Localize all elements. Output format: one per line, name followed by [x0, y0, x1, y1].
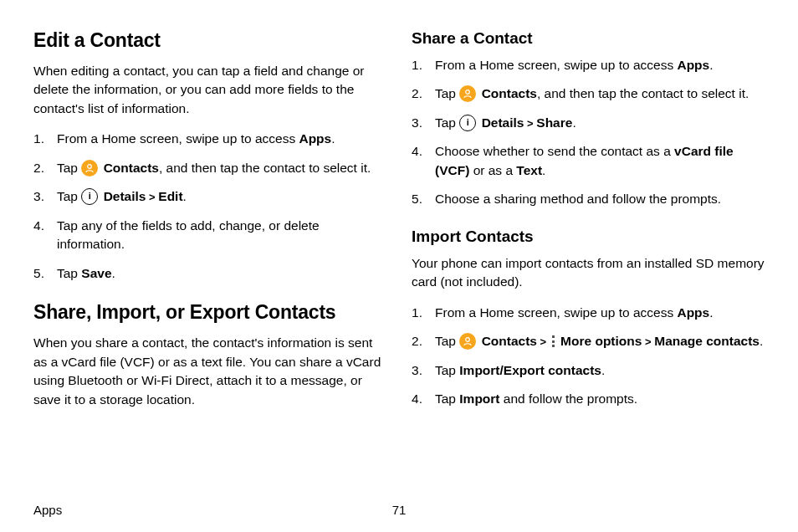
page-footer: Apps 71 [33, 503, 765, 517]
text: or as a [469, 163, 516, 177]
import-export-label: Import/Export contacts [459, 363, 601, 377]
list-item: Tap i Details > Share. [412, 114, 765, 132]
text: From a Home screen, swipe up to access [435, 305, 677, 320]
text-label: Text [516, 163, 542, 177]
paragraph-share-intro: When you share a contact, the contact's … [33, 334, 386, 409]
list-item: Tap Import and follow the prompts. [412, 390, 765, 408]
text: Tap [57, 189, 81, 203]
list-item: Tap Import/Export contacts. [412, 361, 765, 380]
contacts-icon [81, 160, 98, 176]
text: and follow the prompts. [500, 391, 638, 406]
left-column: Edit a Contact When editing a contact, y… [33, 29, 386, 485]
footer-section-label: Apps [33, 503, 62, 517]
list-share-contact: From a Home screen, swipe up to access A… [412, 56, 765, 209]
list-item: Tap Save. [33, 264, 386, 283]
share-label: Share [536, 115, 572, 130]
chevron-right-icon: > [642, 335, 654, 348]
list-edit-contact: From a Home screen, swipe up to access A… [33, 130, 386, 283]
text: . [601, 363, 605, 377]
list-item: From a Home screen, swipe up to access A… [33, 130, 386, 148]
contacts-icon [459, 85, 476, 102]
right-column: Share a Contact From a Home screen, swip… [412, 29, 765, 485]
manage-contacts-label: Manage contacts [654, 334, 760, 348]
text: . [112, 266, 115, 280]
list-item: Tap Contacts, and then tap the contact t… [33, 159, 386, 177]
list-item: From a Home screen, swipe up to access A… [412, 304, 765, 322]
text: Tap [435, 391, 459, 406]
heading-edit-contact: Edit a Contact [33, 29, 386, 52]
apps-label: Apps [299, 131, 331, 146]
list-item: Tap any of the fields to add, change, or… [33, 217, 386, 254]
text: Choose whether to send the contact as a [435, 144, 674, 158]
text: Tap [435, 115, 459, 130]
chevron-right-icon: > [146, 191, 158, 203]
text: . [542, 163, 545, 177]
text: Tap [435, 86, 459, 100]
paragraph-edit-intro: When editing a contact, you can tap a fi… [33, 62, 386, 118]
details-info-icon: i [459, 115, 476, 131]
text: . [760, 334, 763, 348]
contacts-label: Contacts [104, 161, 159, 175]
more-options-label: More options [560, 334, 642, 348]
text: Tap [57, 266, 81, 280]
paragraph-import-intro: Your phone can import contacts from an i… [412, 254, 765, 292]
apps-label: Apps [677, 305, 709, 320]
svg-point-0 [88, 164, 92, 168]
text: . [709, 305, 713, 320]
text: . [572, 115, 575, 130]
chevron-right-icon: > [537, 335, 550, 348]
page-number: 71 [392, 503, 407, 517]
save-label: Save [81, 266, 111, 280]
list-import-contacts: From a Home screen, swipe up to access A… [412, 304, 765, 409]
text: , and then tap the contact to select it. [537, 86, 749, 100]
contacts-label: Contacts [482, 334, 537, 348]
svg-point-1 [466, 90, 470, 95]
details-label: Details [104, 189, 146, 203]
import-label: Import [459, 391, 499, 406]
svg-point-2 [466, 338, 470, 342]
edit-label: Edit [158, 189, 182, 203]
heading-share-import-export: Share, Import, or Export Contacts [33, 301, 386, 324]
contacts-label: Contacts [482, 86, 537, 100]
text: , and then tap the contact to select it. [159, 161, 371, 175]
details-info-icon: i [81, 188, 98, 205]
list-item: Choose a sharing method and follow the p… [412, 190, 765, 208]
heading-import-contacts: Import Contacts [412, 228, 765, 246]
list-item: Tap i Details > Edit. [33, 187, 386, 206]
list-item: Tap Contacts > More options > Manage con… [412, 332, 765, 350]
text: . [183, 189, 187, 203]
text: Tap [57, 161, 81, 175]
details-label: Details [482, 115, 524, 130]
text: . [331, 131, 335, 146]
text: . [709, 58, 713, 72]
text: From a Home screen, swipe up to access [57, 131, 299, 146]
list-item: From a Home screen, swipe up to access A… [412, 56, 765, 74]
more-options-icon [552, 335, 555, 347]
heading-share-contact: Share a Contact [412, 29, 765, 48]
text: Tap [435, 334, 459, 348]
text: From a Home screen, swipe up to access [435, 58, 677, 72]
apps-label: Apps [677, 58, 709, 72]
contacts-icon [459, 333, 476, 350]
list-item: Choose whether to send the contact as a … [412, 142, 765, 180]
chevron-right-icon: > [524, 117, 536, 130]
text: Tap [435, 363, 459, 377]
list-item: Tap Contacts, and then tap the contact t… [412, 84, 765, 103]
